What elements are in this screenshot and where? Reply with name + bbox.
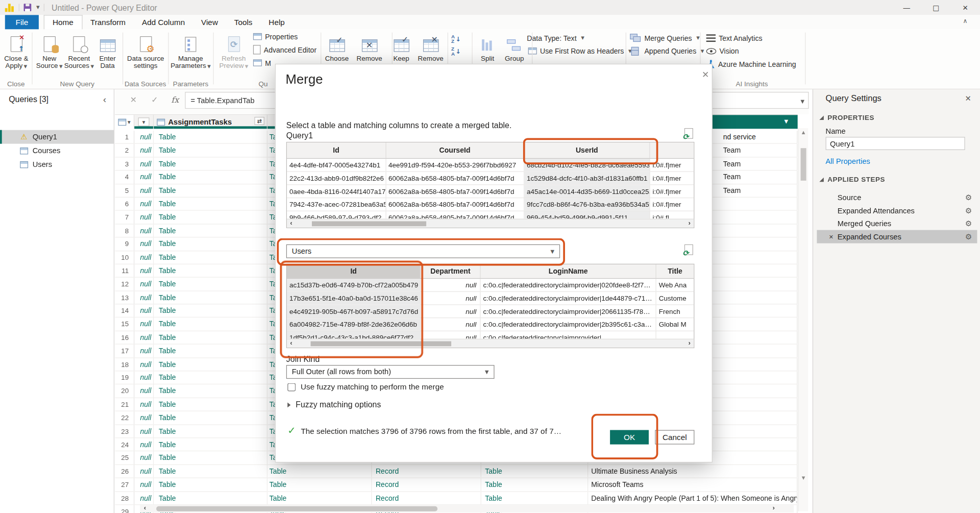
scrollbar-thumb[interactable]	[312, 221, 426, 226]
table-row[interactable]: 26 null Table Table Record Table Ultimat…	[115, 465, 797, 478]
cell-table[interactable]: Table	[154, 345, 267, 357]
enter-data-button[interactable]: EnterData	[94, 31, 120, 69]
cell-title[interactable]: Custome	[656, 292, 694, 304]
scroll-left-icon[interactable]: ‹	[144, 504, 146, 511]
cell-table[interactable]: Table	[154, 291, 267, 304]
cell-table[interactable]: Table	[154, 251, 267, 264]
gear-icon[interactable]: ⚙	[965, 232, 972, 241]
tab-add-column[interactable]: Add Column	[134, 15, 193, 29]
table-row[interactable]: 4e4-4dfe-bf47-0005e43274b1 4ee991d9-f594…	[287, 159, 694, 172]
cell-table[interactable]: Table	[481, 492, 588, 504]
cell-department[interactable]: null	[421, 279, 480, 291]
column-header-filter[interactable]: ▼	[134, 115, 154, 129]
column-header-department[interactable]: Department	[421, 264, 481, 278]
delete-step-icon[interactable]: ✕	[829, 233, 834, 239]
cancel-button[interactable]: Cancel	[655, 430, 694, 444]
cell-table[interactable]: Table	[154, 144, 267, 157]
query-item-users[interactable]: Users	[0, 158, 114, 172]
group-by-button[interactable]: Group	[501, 31, 527, 62]
scroll-right-icon[interactable]: ›	[772, 504, 774, 511]
column-header-loginname[interactable]: LoginName	[481, 264, 656, 278]
cell-table[interactable]: Table	[154, 278, 267, 290]
cell-courseid[interactable]: 60062a8a-b658-4805-bfa7-009f14d6bf7d	[386, 185, 524, 197]
gear-icon[interactable]: ⚙	[965, 193, 972, 202]
cell-record[interactable]: Record	[372, 478, 481, 491]
gear-icon[interactable]: ⚙	[965, 206, 972, 214]
cell-table[interactable]: Table	[154, 170, 267, 183]
cell-id[interactable]: e4c49219-905b-467f-b097-a58917c7d76d	[287, 305, 421, 317]
cell-table[interactable]: Table	[154, 385, 267, 398]
table-row[interactable]: 17b3e651-5f1e-40a0-ba0d-157011e38c46 nul…	[287, 292, 694, 305]
column-header-id[interactable]: Id	[287, 142, 386, 158]
append-queries-button[interactable]: Append Queries▼	[630, 45, 704, 56]
cell-table[interactable]: Table	[154, 331, 267, 344]
applied-step-source[interactable]: Source ⚙	[817, 190, 976, 204]
filter-icon[interactable]: ▼	[785, 119, 789, 125]
column-header-assignmenttasks[interactable]: AssignmentTasks ⇄	[154, 115, 267, 129]
cell-table[interactable]: Table	[154, 304, 267, 317]
scrollbar-thumb[interactable]	[801, 148, 806, 181]
cell-record[interactable]: Record	[372, 492, 481, 504]
cell-title[interactable]: Web Ana	[656, 279, 694, 291]
cell-table[interactable]: Table	[154, 198, 267, 210]
vision-button[interactable]: Vision	[706, 45, 739, 56]
azure-machine-learning-button[interactable]: Azure Machine Learning	[706, 59, 796, 69]
new-source-button[interactable]: NewSource▼	[35, 31, 64, 70]
tab-transform[interactable]: Transform	[82, 15, 134, 29]
cell-id[interactable]: 17b3e651-5f1e-40a0-ba0d-157011e38c46	[287, 292, 421, 304]
recent-sources-button[interactable]: RecentSources▼	[64, 31, 94, 70]
cell-id[interactable]: 22c2-413d-abb9-01df9b82f2e6	[287, 172, 386, 184]
applied-step-expanded-attendances[interactable]: Expanded Attendances ⚙	[817, 204, 976, 217]
cell-table[interactable]: Table	[154, 358, 267, 371]
column-header-courseid[interactable]: CourseId	[386, 142, 524, 158]
horizontal-scrollbar[interactable]: ‹ ›	[140, 505, 794, 512]
cell-id[interactable]: 4e4-4dfe-bf47-0005e43274b1	[287, 159, 386, 171]
cell-title[interactable]: Global M	[656, 318, 694, 330]
text-analytics-button[interactable]: Text Analytics	[706, 33, 763, 43]
table-row[interactable]: ac15d37b-e0d6-4749-b70b-cf72a005b479 nul…	[287, 279, 694, 292]
remove-rows-button[interactable]: ✕ Remove	[415, 31, 446, 62]
column-header-id[interactable]: Id	[287, 264, 421, 278]
cell-table[interactable]: Table	[267, 465, 372, 478]
table-row[interactable]: 7942-437e-acec-07281bea63a5 60062a8a-b65…	[287, 198, 694, 211]
cell-table[interactable]: Table	[154, 318, 267, 331]
cell-table[interactable]: Table	[154, 184, 267, 197]
cell-table[interactable]: Table	[267, 492, 372, 504]
save-icon[interactable]	[24, 4, 32, 11]
cell-table[interactable]: Table	[154, 398, 267, 411]
maximize-button[interactable]: □	[921, 0, 951, 15]
quick-access-dropdown-icon[interactable]: ▼	[36, 5, 40, 10]
cell-table[interactable]: Table	[481, 478, 588, 491]
scroll-up-icon[interactable]: ▲	[799, 130, 808, 135]
cell-userid[interactable]: 1c529d84-dcfc-4f10-ab3f-d1831a60ffb1	[524, 172, 650, 184]
cell-courseid[interactable]: 60062a8a-b658-4805-bfa7-009f14d6bf7d	[386, 198, 524, 210]
cell-table[interactable]: Table	[154, 237, 267, 250]
scroll-left-icon[interactable]: ‹	[290, 339, 292, 347]
query-name-input[interactable]	[826, 137, 965, 150]
choose-columns-button[interactable]: ✓ Choose	[323, 31, 351, 62]
cell-table[interactable]: Table	[154, 224, 267, 237]
split-column-button[interactable]: Split	[475, 31, 500, 62]
close-dialog-icon[interactable]: ✕	[702, 69, 709, 80]
cell-table[interactable]: Table	[154, 478, 267, 491]
close-panel-icon[interactable]: ✕	[965, 94, 971, 103]
table1-horizontal-scrollbar[interactable]: ‹ ›	[287, 219, 694, 228]
cell-table[interactable]: Table	[154, 492, 267, 504]
cell-table[interactable]: Table	[154, 411, 267, 424]
data-source-settings-button[interactable]: ⚙ Data sourcesettings	[124, 31, 167, 69]
cell-department[interactable]: null	[421, 292, 480, 304]
refresh-preview-button[interactable]: ⟳ RefreshPreview▼	[216, 31, 252, 70]
sort-buttons[interactable]: AZ↓ ZA↓	[451, 34, 461, 57]
data-type-button[interactable]: Data Type: Text▼	[527, 33, 584, 43]
sort-descending-icon[interactable]: ZA↓	[451, 47, 461, 57]
cell-table[interactable]: Table	[154, 452, 267, 465]
commit-formula-icon[interactable]: ✓	[151, 95, 158, 104]
fuzzy-matching-options-expander[interactable]: Fuzzy matching options	[287, 400, 381, 409]
ok-button[interactable]: OK	[610, 430, 649, 444]
cell-courseid[interactable]: 4ee991d9-f594-420e-b553-296f7bbd6927	[386, 159, 524, 171]
fuzzy-matching-checkbox[interactable]	[287, 383, 296, 391]
cell-table[interactable]: Table	[154, 157, 267, 170]
join-kind-dropdown[interactable]: Full Outer (all rows from both) ▼	[286, 365, 495, 379]
cell-id[interactable]: ac15d37b-e0d6-4749-b70b-cf72a005b479	[287, 279, 421, 291]
cell-loginname[interactable]: c:0o.c|federateddirectoryclaimprovider|2…	[481, 318, 656, 330]
